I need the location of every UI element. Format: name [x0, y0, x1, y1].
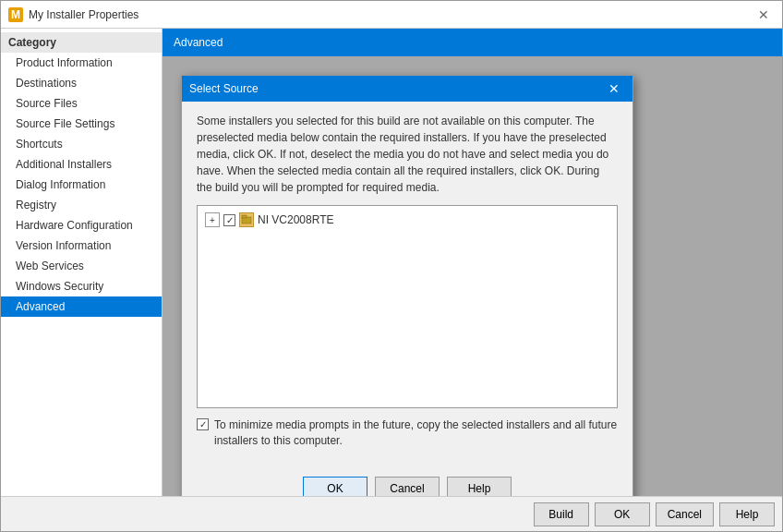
sidebar-item-source-file-settings[interactable]: Source File Settings	[1, 114, 162, 134]
sidebar-item-destinations[interactable]: Destinations	[1, 73, 162, 93]
modal-tree[interactable]: + NI VC2008RTE	[197, 205, 618, 408]
sidebar-item-windows-security[interactable]: Windows Security	[1, 276, 162, 296]
window-close-button[interactable]: ✕	[753, 6, 775, 24]
sidebar-item-dialog-information[interactable]: Dialog Information	[1, 175, 162, 195]
main-header-title: Advanced	[174, 36, 223, 49]
sidebar-category: Category	[1, 32, 162, 53]
sidebar-item-advanced[interactable]: Advanced	[1, 296, 162, 317]
modal-description: Some installers you selected for this bu…	[197, 113, 618, 196]
title-bar: M My Installer Properties ✕	[1, 1, 782, 29]
sidebar-item-product-information[interactable]: Product Information	[1, 53, 162, 73]
select-source-dialog: Select Source ✕ Some installers you sele…	[181, 75, 633, 496]
sidebar-item-shortcuts[interactable]: Shortcuts	[1, 134, 162, 154]
sidebar-item-web-services[interactable]: Web Services	[1, 256, 162, 276]
sidebar-item-source-files[interactable]: Source Files	[1, 93, 162, 114]
sidebar-item-registry[interactable]: Registry	[1, 195, 162, 215]
modal-overlay: Select Source ✕ Some installers you sele…	[163, 56, 782, 496]
modal-help-button[interactable]: Help	[447, 477, 512, 496]
main-area: Advanced Select Source ✕ Some installers…	[163, 29, 782, 496]
sidebar-item-hardware-configuration[interactable]: Hardware Configuration	[1, 215, 162, 236]
tree-item-label: NI VC2008RTE	[258, 212, 333, 228]
main-header: Advanced	[163, 29, 782, 56]
app-icon: M	[8, 7, 23, 22]
main-window: M My Installer Properties ✕ Category Pro…	[0, 0, 783, 532]
minimize-prompts-label: To minimize media prompts in the future,…	[214, 417, 618, 449]
modal-body: Some installers you selected for this bu…	[182, 102, 632, 469]
title-bar-left: M My Installer Properties	[8, 7, 139, 22]
sidebar: Category Product Information Destination…	[1, 29, 163, 496]
help-button[interactable]: Help	[719, 502, 775, 526]
modal-close-button[interactable]: ✕	[603, 79, 625, 98]
sidebar-item-additional-installers[interactable]: Additional Installers	[1, 154, 162, 175]
modal-ok-button[interactable]: OK	[303, 477, 367, 496]
svg-rect-1	[242, 215, 247, 218]
modal-title: Select Source	[189, 82, 259, 95]
sidebar-item-version-information[interactable]: Version Information	[1, 236, 162, 256]
content-area: Category Product Information Destination…	[1, 29, 782, 496]
modal-cancel-button[interactable]: Cancel	[375, 477, 440, 496]
main-content: Select Source ✕ Some installers you sele…	[163, 56, 782, 496]
window-title: My Installer Properties	[29, 8, 139, 21]
app-icon-letter: M	[11, 8, 20, 21]
tree-item-ni-vc2008rte[interactable]: + NI VC2008RTE	[201, 210, 613, 230]
modal-checkbox-row: To minimize media prompts in the future,…	[197, 417, 618, 449]
tree-expand-button[interactable]: +	[205, 212, 220, 227]
cancel-button[interactable]: Cancel	[656, 502, 714, 526]
tree-item-checkbox[interactable]	[223, 214, 235, 226]
modal-title-bar: Select Source ✕	[182, 76, 632, 102]
modal-footer: OK Cancel Help	[182, 469, 632, 496]
tree-item-icon	[239, 212, 254, 227]
minimize-prompts-checkbox[interactable]	[197, 418, 209, 430]
bottom-bar: Build OK Cancel Help	[1, 496, 782, 531]
build-button[interactable]: Build	[534, 502, 589, 526]
ok-button[interactable]: OK	[595, 502, 650, 526]
